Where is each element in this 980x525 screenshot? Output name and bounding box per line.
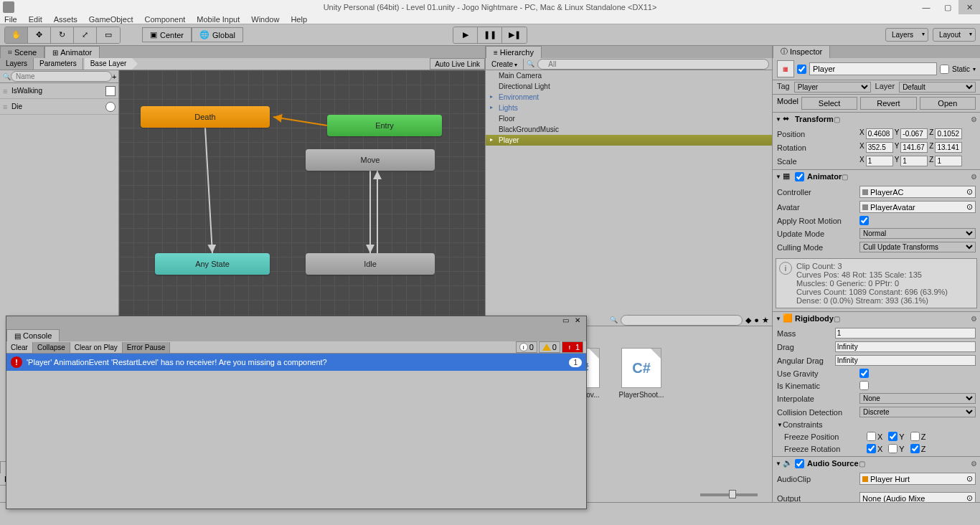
hierarchy-search-input[interactable] (537, 59, 769, 70)
checkbox-icon[interactable] (105, 86, 116, 96)
audioclip-field[interactable]: Player Hurt⊙ (859, 473, 976, 485)
scl-z[interactable] (935, 156, 962, 166)
static-checkbox[interactable] (940, 65, 949, 74)
hierarchy-item-floor[interactable]: Floor (486, 113, 772, 124)
scl-y[interactable] (900, 156, 928, 166)
close-button[interactable]: ✕ (958, 0, 980, 14)
param-die[interactable]: ≡ Die (0, 99, 118, 115)
transform-header[interactable]: ▼⬌ Transform ▢ ⚙ (773, 113, 980, 126)
hierarchy-item-bgmusic[interactable]: BlackGroundMusic (486, 124, 772, 135)
error-count[interactable]: !1 (562, 341, 583, 353)
param-iswalking[interactable]: ≡ IsWalking (0, 83, 118, 99)
freeze-rot-z[interactable] (910, 444, 920, 453)
play-button[interactable]: ▶ (453, 27, 478, 43)
console-clearonplay[interactable]: Clear on Play (70, 342, 123, 353)
freeze-rot-y[interactable] (888, 444, 897, 453)
tag-dropdown[interactable]: Player (794, 82, 871, 93)
help-icon[interactable]: ▢ (859, 460, 865, 468)
kinematic-checkbox[interactable] (859, 381, 869, 390)
param-search-input[interactable] (11, 71, 112, 82)
rot-z[interactable] (935, 142, 962, 153)
gear-icon[interactable]: ⚙ (971, 460, 977, 468)
hierarchy-item-lights[interactable]: Lights (486, 103, 772, 113)
animator-breadcrumb[interactable]: Base Layer (85, 58, 133, 70)
rect-tool-button[interactable]: ▭ (97, 27, 120, 43)
save-search-icon[interactable]: ★ (762, 316, 769, 325)
state-idle[interactable]: Idle (306, 253, 435, 275)
pivot-center-button[interactable]: ▣Center (142, 27, 192, 42)
drag-input[interactable] (835, 341, 976, 352)
help-icon[interactable]: ▢ (842, 173, 848, 181)
menu-component[interactable]: Component (144, 15, 185, 24)
add-param-button[interactable]: + (112, 72, 116, 81)
freeze-pos-y[interactable] (888, 432, 897, 441)
scl-x[interactable] (866, 156, 893, 166)
tab-scene[interactable]: ⌗ Scene (0, 46, 44, 58)
project-item-playershoot[interactable]: C# PlayerShoot... (616, 348, 666, 399)
hierarchy-item-maincamera[interactable]: Main Camera (486, 70, 772, 81)
update-mode-dropdown[interactable]: Normal (859, 228, 976, 239)
gameobject-active-checkbox[interactable] (797, 65, 806, 74)
gameobject-icon[interactable]: ▦ (777, 60, 794, 77)
layer-dropdown[interactable]: Default (899, 82, 976, 93)
console-close-icon[interactable]: ✕ (572, 316, 583, 329)
freeze-pos-x[interactable] (867, 432, 876, 441)
model-select-button[interactable]: Select (801, 97, 857, 110)
state-entry[interactable]: Entry (327, 115, 442, 136)
rot-y[interactable] (900, 142, 928, 153)
interpolate-dropdown[interactable]: None (859, 393, 976, 404)
audiosource-header[interactable]: ▼🔊 Audio Source ▢ ⚙ (773, 457, 980, 470)
menu-edit[interactable]: Edit (29, 15, 42, 24)
hierarchy-item-dirlight[interactable]: Directional Light (486, 81, 772, 92)
pos-z[interactable] (935, 128, 962, 139)
collision-dropdown[interactable]: Discrete (859, 407, 976, 417)
apply-root-checkbox[interactable] (859, 216, 869, 225)
rot-x[interactable] (866, 142, 893, 153)
mass-input[interactable] (835, 328, 976, 339)
state-death[interactable]: Death (141, 106, 270, 128)
console-collapse[interactable]: Collapse (33, 342, 70, 353)
console-min-icon[interactable]: ▭ (560, 316, 572, 329)
output-field[interactable]: None (Audio Mixe⊙ (859, 492, 976, 502)
layers-dropdown[interactable]: Layers (885, 28, 928, 42)
pivot-global-button[interactable]: 🌐Global (192, 27, 243, 42)
gear-icon[interactable]: ⚙ (971, 173, 977, 181)
menu-help[interactable]: Help (291, 15, 307, 24)
console-message[interactable]: ! 'Player' AnimationEvent 'RestartLevel'… (6, 354, 586, 371)
hierarchy-create-button[interactable]: Create (486, 59, 524, 70)
filter-icon[interactable]: ◆ (745, 316, 751, 325)
freeze-pos-z[interactable] (910, 432, 920, 441)
console-window[interactable]: ▭ ✕ ▤ Console Clear Collapse Clear on Pl… (6, 316, 587, 509)
model-revert-button[interactable]: Revert (860, 97, 916, 110)
menu-mobileinput[interactable]: Mobile Input (197, 15, 240, 24)
warn-count[interactable]: 0 (539, 341, 560, 353)
minimize-button[interactable]: — (915, 0, 937, 14)
tab-console[interactable]: ▤ Console (6, 329, 60, 341)
hand-tool-button[interactable]: ✋ (5, 27, 28, 43)
menu-gameobject[interactable]: GameObject (89, 15, 133, 24)
tab-inspector[interactable]: ⓘ Inspector (773, 46, 830, 58)
tab-hierarchy[interactable]: ≡ Hierarchy (486, 46, 542, 58)
tab-animator[interactable]: ⊞ Animator (44, 46, 100, 58)
freeze-rot-x[interactable] (867, 444, 876, 453)
animator-parameters-tab[interactable]: Parameters (34, 58, 83, 70)
menu-file[interactable]: File (4, 15, 17, 24)
audio-enabled[interactable] (795, 459, 804, 468)
animator-layers-tab[interactable]: Layers (0, 58, 34, 70)
step-button[interactable]: ▶❚ (502, 27, 527, 43)
pos-y[interactable] (900, 128, 928, 139)
state-anystate[interactable]: Any State (155, 253, 270, 275)
info-count[interactable]: i0 (516, 341, 537, 353)
avatar-field[interactable]: PlayerAvatar⊙ (859, 201, 976, 213)
gear-icon[interactable]: ⚙ (971, 315, 977, 323)
filter-type-icon[interactable]: ● (754, 316, 759, 324)
pos-x[interactable] (866, 128, 893, 139)
move-tool-button[interactable]: ✥ (28, 27, 51, 43)
gravity-checkbox[interactable] (859, 369, 869, 378)
menu-window[interactable]: Window (251, 15, 279, 24)
animator-comp-header[interactable]: ▼▦ Animator ▢ ⚙ (773, 170, 980, 183)
help-icon[interactable]: ▢ (834, 315, 840, 323)
console-clear[interactable]: Clear (6, 342, 33, 353)
maximize-button[interactable]: ▢ (937, 0, 958, 14)
hierarchy-item-environment[interactable]: Environment (486, 92, 772, 103)
